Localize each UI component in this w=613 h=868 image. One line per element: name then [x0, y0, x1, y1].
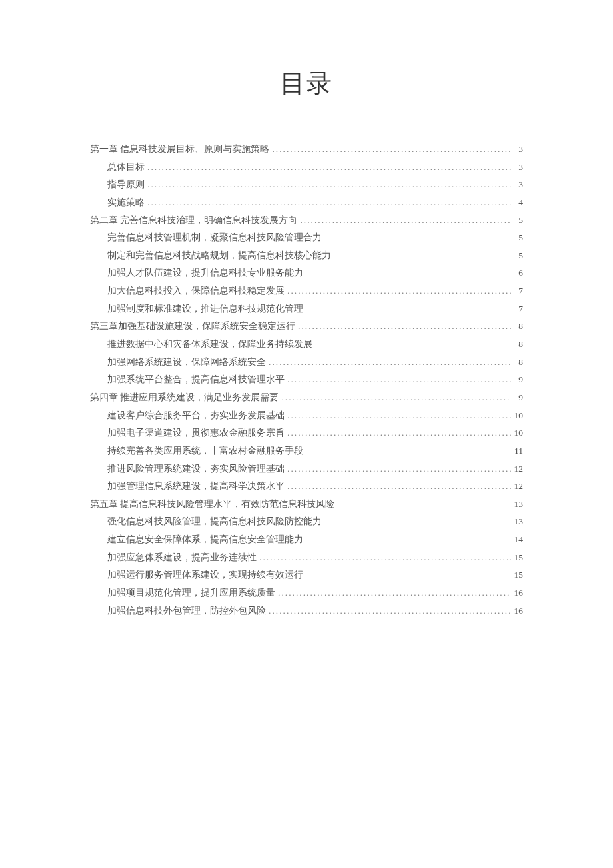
toc-page-number: 12	[511, 460, 523, 478]
toc-leader-dots	[145, 176, 511, 193]
toc-entry: 制定和完善信息科技战略规划，提高信息科技核心能力5	[90, 247, 523, 264]
toc-leader-dots	[266, 602, 511, 620]
toc-page-number: 11	[511, 442, 523, 460]
toc-entry: 总体目标3	[90, 159, 523, 176]
toc-page-number: 13	[511, 513, 523, 530]
toc-section-text: 推进数据中心和灾备体系建设，保障业务持续发展	[107, 336, 312, 353]
toc-leader-dots	[269, 141, 511, 158]
toc-page-number: 10	[511, 424, 523, 442]
toc-leader-dots	[145, 159, 511, 176]
toc-section-text: 建立信息安全保障体系，提高信息安全管理能力	[107, 531, 303, 548]
toc-leader-dots	[285, 460, 511, 478]
toc-entry: 加强应急体系建设，提高业务连续性15	[90, 549, 523, 566]
toc-page-number: 5	[511, 247, 523, 264]
toc-entry: 第四章 推进应用系统建设，满足业务发展需要9	[90, 389, 523, 406]
toc-section-text: 完善信息科技管理机制，凝聚信息科技风险管理合力	[107, 229, 322, 246]
toc-entry: 指导原则3	[90, 176, 523, 193]
toc-section-text: 加强人才队伍建设，提升信息科技专业服务能力	[107, 264, 303, 282]
toc-page-number: 3	[511, 159, 523, 176]
toc-entry: 加强网络系统建设，保障网络系统安全8	[90, 354, 523, 371]
toc-page-number: 16	[511, 584, 523, 602]
toc-entry: 建设客户综合服务平台，夯实业务发展基础10	[90, 407, 523, 424]
toc-entry: 加强人才队伍建设，提升信息科技专业服务能力6	[90, 264, 523, 282]
toc-leader-dots	[275, 584, 511, 602]
toc-entry: 第三章加强基础设施建设，保障系统安全稳定运行8	[90, 318, 523, 335]
toc-page-number: 9	[511, 371, 523, 388]
toc-chapter-text: 第四章 推进应用系统建设，满足业务发展需要	[90, 389, 279, 406]
toc-section-text: 加强项目规范化管理，提升应用系统质量	[107, 584, 275, 602]
toc-entry: 加强信息科技外包管理，防控外包风险16	[90, 602, 523, 620]
toc-leader-dots	[145, 194, 511, 211]
toc-entry: 第一章 信息科技发展目标、原则与实施策略3	[90, 141, 523, 158]
toc-chapter-text: 第一章 信息科技发展目标、原则与实施策略	[90, 141, 269, 158]
toc-entry: 加强管理信息系统建设，提高科学决策水平12	[90, 478, 523, 495]
toc-leader-dots	[285, 282, 511, 300]
toc-container: 第一章 信息科技发展目标、原则与实施策略3总体目标3指导原则3实施策略4第二章 …	[90, 141, 523, 619]
toc-section-text: 建设客户综合服务平台，夯实业务发展基础	[107, 407, 285, 424]
toc-page-number: 7	[511, 300, 523, 318]
toc-page-number: 6	[511, 264, 523, 282]
toc-page-number: 8	[511, 336, 523, 353]
toc-section-text: 加强信息科技外包管理，防控外包风险	[107, 602, 266, 620]
toc-page-number: 14	[511, 531, 523, 548]
toc-entry: 加强项目规范化管理，提升应用系统质量16	[90, 584, 523, 602]
toc-page-number: 15	[511, 549, 523, 566]
toc-entry: 建立信息安全保障体系，提高信息安全管理能力14	[90, 531, 523, 548]
toc-leader-dots	[285, 478, 511, 495]
toc-page-number: 16	[511, 602, 523, 620]
toc-section-text: 加强电子渠道建设，贯彻惠农金融服务宗旨	[107, 424, 285, 442]
toc-chapter-text: 第五章 提高信息科技风险管理水平，有效防范信息科技风险	[90, 496, 334, 513]
toc-leader-dots	[266, 354, 511, 371]
toc-leader-dots	[257, 549, 511, 566]
toc-entry: 第五章 提高信息科技风险管理水平，有效防范信息科技风险13	[90, 496, 523, 513]
toc-page-number: 4	[511, 194, 523, 211]
toc-section-text: 加强运行服务管理体系建设，实现持续有效运行	[107, 566, 303, 584]
toc-page-number: 9	[511, 389, 523, 406]
toc-section-text: 加强网络系统建设，保障网络系统安全	[107, 354, 266, 371]
toc-section-text: 制定和完善信息科技战略规划，提高信息科技核心能力	[107, 247, 331, 264]
toc-entry: 持续完善各类应用系统，丰富农村金融服务手段11	[90, 442, 523, 460]
toc-entry: 推进数据中心和灾备体系建设，保障业务持续发展8	[90, 336, 523, 353]
toc-page-number: 13	[511, 496, 523, 513]
toc-section-text: 实施策略	[107, 194, 145, 211]
toc-page-number: 10	[511, 407, 523, 424]
toc-entry: 推进风险管理系统建设，夯实风险管理基础12	[90, 460, 523, 478]
toc-section-text: 强化信息科技风险管理，提高信息科技风险防控能力	[107, 513, 322, 530]
toc-entry: 加强电子渠道建设，贯彻惠农金融服务宗旨10	[90, 424, 523, 442]
toc-chapter-text: 第三章加强基础设施建设，保障系统安全稳定运行	[90, 318, 295, 335]
toc-page-number: 8	[511, 318, 523, 335]
toc-page-number: 12	[511, 478, 523, 495]
toc-section-text: 推进风险管理系统建设，夯实风险管理基础	[107, 460, 285, 478]
toc-entry: 加强系统平台整合，提高信息科技管理水平9	[90, 371, 523, 388]
toc-section-text: 加强应急体系建设，提高业务连续性	[107, 549, 257, 566]
toc-page-number: 5	[511, 229, 523, 246]
toc-entry: 强化信息科技风险管理，提高信息科技风险防控能力13	[90, 513, 523, 530]
toc-entry: 第二章 完善信息科技治理，明确信息科技发展方向5	[90, 212, 523, 229]
toc-page-number: 3	[511, 141, 523, 158]
toc-entry: 实施策略4	[90, 194, 523, 211]
toc-leader-dots	[285, 424, 511, 442]
toc-section-text: 总体目标	[107, 159, 145, 176]
toc-leader-dots	[295, 318, 511, 335]
toc-leader-dots	[279, 389, 511, 406]
toc-leader-dots	[285, 407, 511, 424]
toc-section-text: 加强制度和标准建设，推进信息科技规范化管理	[107, 300, 303, 318]
toc-entry: 加强运行服务管理体系建设，实现持续有效运行15	[90, 566, 523, 584]
toc-page-number: 8	[511, 354, 523, 371]
toc-page-number: 15	[511, 566, 523, 584]
document-page: 目录 第一章 信息科技发展目标、原则与实施策略3总体目标3指导原则3实施策略4第…	[0, 0, 613, 659]
toc-section-text: 加大信息科技投入，保障信息科技稳定发展	[107, 282, 285, 300]
toc-page-number: 5	[511, 212, 523, 229]
toc-leader-dots	[285, 371, 511, 388]
toc-section-text: 加强系统平台整合，提高信息科技管理水平	[107, 371, 285, 388]
toc-section-text: 加强管理信息系统建设，提高科学决策水平	[107, 478, 285, 495]
toc-chapter-text: 第二章 完善信息科技治理，明确信息科技发展方向	[90, 212, 297, 229]
toc-section-text: 指导原则	[107, 176, 145, 193]
toc-entry: 加强制度和标准建设，推进信息科技规范化管理7	[90, 300, 523, 318]
toc-entry: 完善信息科技管理机制，凝聚信息科技风险管理合力5	[90, 229, 523, 246]
toc-page-number: 3	[511, 176, 523, 193]
toc-title: 目录	[90, 67, 523, 101]
toc-entry: 加大信息科技投入，保障信息科技稳定发展7	[90, 282, 523, 300]
toc-leader-dots	[297, 212, 511, 229]
toc-section-text: 持续完善各类应用系统，丰富农村金融服务手段	[107, 442, 303, 460]
